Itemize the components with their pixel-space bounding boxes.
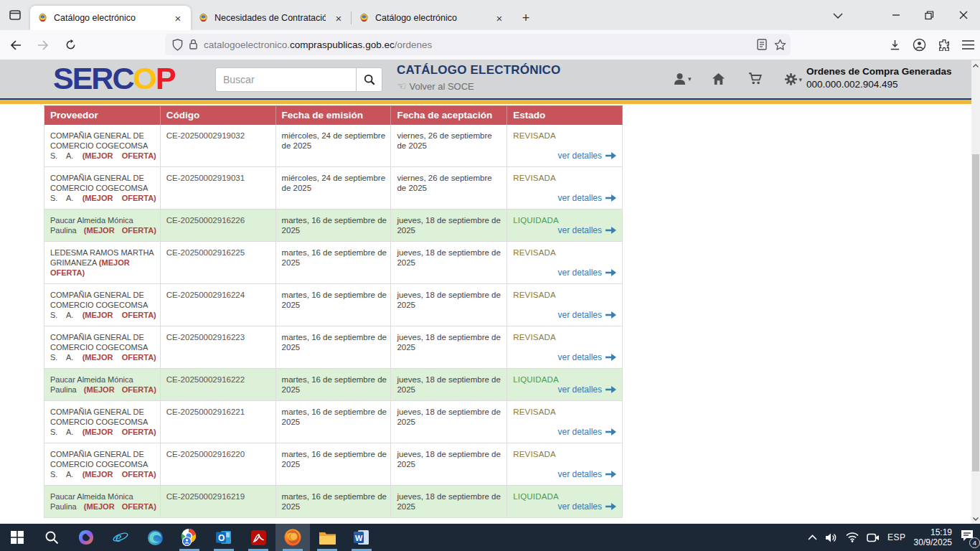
table-row: COMPAÑIA GENERAL DE COMERCIO COGECOMSA S… [44, 443, 623, 486]
meet-now-icon[interactable] [867, 532, 880, 543]
firefox-button[interactable] [275, 524, 310, 551]
new-tab-button[interactable]: + [515, 7, 537, 29]
tab-catalogo-1[interactable]: Catálogo electrónico × [30, 6, 191, 30]
restore-button[interactable] [913, 0, 946, 30]
tab-close-icon[interactable]: × [331, 11, 346, 25]
reader-mode-icon[interactable] [757, 39, 767, 50]
firefox-view-icon[interactable] [6, 6, 24, 24]
site-header: SERCOP CATÁLOGO ELECTRÓNICO ☜Volver al S… [0, 60, 971, 100]
col-estado: Estado [507, 106, 623, 125]
status-label: REVISADA [513, 173, 618, 183]
tab-close-icon[interactable]: × [492, 11, 507, 25]
wifi-icon[interactable] [846, 532, 859, 542]
ver-detalles-link[interactable]: ver detalles [558, 193, 618, 203]
gold-divider [0, 100, 971, 104]
language-indicator[interactable]: ESP [887, 532, 906, 542]
sercop-logo[interactable]: SERCOP [53, 61, 175, 96]
address-bar[interactable]: catalogoelectronico.compraspublicas.gob.… [165, 34, 791, 55]
mejor-oferta-label: (MEJOR OFERTA) [83, 194, 156, 202]
acceptance-date: jueves, 18 de septiembre de 2025 [391, 401, 507, 443]
account-icon[interactable] [913, 38, 926, 52]
volver-soce-link[interactable]: ☜Volver al SOCE [397, 80, 560, 93]
tab-catalogo-2[interactable]: Catálogo electrónico × [352, 6, 512, 30]
taskbar-search-button[interactable] [34, 524, 69, 551]
system-tray: ESP 15:19 30/9/2025 4 [808, 524, 977, 551]
windows-taskbar: e O W ESP 15:19 30/9/2025 [0, 524, 980, 551]
volume-icon[interactable] [825, 532, 838, 543]
bookmark-star-icon[interactable] [774, 39, 786, 51]
arrow-right-icon [606, 311, 616, 319]
forward-button[interactable] [32, 34, 55, 56]
table-row: COMPAÑIA GENERAL DE COMERCIO COGECOMSA S… [44, 125, 623, 167]
edge-button[interactable] [138, 524, 172, 551]
lock-icon[interactable] [189, 39, 198, 50]
search-input[interactable] [215, 67, 356, 92]
chrome-button[interactable] [172, 524, 207, 551]
emission-date: martes, 16 de septiembre de 2025 [276, 401, 392, 443]
order-code: CE-20250002916219 [161, 486, 276, 517]
home-button[interactable] [712, 72, 725, 85]
acceptance-date: jueves, 18 de septiembre de 2025 [391, 443, 507, 485]
svg-text:W: W [355, 534, 363, 542]
emission-date: martes, 16 de septiembre de 2025 [276, 443, 392, 485]
ver-detalles-link[interactable]: ver detalles [558, 427, 618, 437]
order-code: CE-20250002916224 [161, 284, 276, 326]
vertical-scrollbar[interactable] [971, 60, 980, 524]
folder-icon [319, 530, 336, 545]
arrow-right-icon [606, 152, 616, 159]
search-button[interactable] [356, 67, 382, 92]
scrollbar-thumb[interactable] [972, 154, 979, 471]
notification-center-button[interactable]: 4 [960, 529, 977, 546]
ver-detalles-link[interactable]: ver detalles [558, 151, 618, 161]
scroll-up-icon[interactable] [971, 60, 980, 70]
emission-date: martes, 16 de septiembre de 2025 [276, 242, 392, 283]
word-button[interactable]: W [344, 524, 379, 551]
tray-chevron-up-icon[interactable] [808, 534, 817, 540]
shield-icon[interactable] [172, 39, 183, 51]
outlook-button[interactable]: O [207, 524, 241, 551]
list-all-tabs-icon[interactable] [829, 8, 847, 24]
table-row: Paucar Almeida Mónica Paulina (MEJOR OFE… [44, 486, 623, 518]
downloads-icon[interactable] [889, 39, 901, 51]
tab-close-icon[interactable]: × [171, 11, 185, 25]
ver-detalles-link[interactable]: ver detalles [558, 352, 618, 362]
file-explorer-button[interactable] [310, 524, 344, 551]
reload-button[interactable] [59, 34, 82, 56]
user-menu[interactable]: ▾ [673, 72, 692, 85]
orders-table: Proveedor Código Fecha de emisión Fecha … [44, 105, 623, 518]
tab-necesidades[interactable]: Necesidades de Contratación y × [191, 6, 352, 30]
scroll-down-icon[interactable] [971, 514, 980, 524]
search-icon [44, 530, 59, 545]
ver-detalles-link[interactable]: ver detalles [558, 268, 618, 278]
browser-toolbar: catalogoelectronico.compraspublicas.gob.… [0, 30, 980, 60]
ver-detalles-link[interactable]: ver detalles [558, 501, 618, 512]
cart-button[interactable] [748, 72, 763, 85]
table-row: Paucar Almeida Mónica Paulina (MEJOR OFE… [44, 369, 623, 401]
ver-detalles-link[interactable]: ver detalles [558, 225, 618, 235]
acceptance-date: jueves, 18 de septiembre de 2025 [391, 486, 507, 517]
ver-detalles-link[interactable]: ver detalles [558, 385, 618, 395]
firefox-icon [283, 528, 302, 547]
menu-hamburger-icon[interactable] [962, 40, 974, 50]
ecuador-crest-icon [37, 13, 48, 24]
hand-pointer-icon: ☜ [397, 80, 406, 93]
outlook-icon: O [215, 529, 232, 546]
extensions-puzzle-icon[interactable] [938, 38, 951, 51]
table-body: COMPAÑIA GENERAL DE COMERCIO COGECOMSA S… [44, 125, 623, 518]
settings-menu[interactable]: ▾ [784, 72, 803, 86]
start-button[interactable] [0, 524, 34, 551]
order-code: CE-20250002916222 [161, 369, 276, 400]
clock[interactable]: 15:19 30/9/2025 [914, 527, 952, 547]
tab-title: Catálogo electrónico [54, 13, 165, 23]
tab-strip: Catálogo electrónico × Necesidades de Co… [30, 4, 537, 30]
copilot-button[interactable] [69, 524, 103, 551]
minimize-button[interactable] [879, 0, 913, 30]
back-button[interactable] [4, 34, 27, 56]
acrobat-button[interactable] [241, 524, 275, 551]
close-button[interactable] [946, 0, 980, 30]
internet-explorer-button[interactable]: e [103, 524, 138, 551]
ver-detalles-link[interactable]: ver detalles [558, 310, 618, 320]
ver-detalles-link[interactable]: ver detalles [558, 469, 618, 479]
ecuador-crest-icon [198, 13, 209, 24]
acceptance-date: viernes, 26 de septiembre de 2025 [391, 125, 507, 166]
